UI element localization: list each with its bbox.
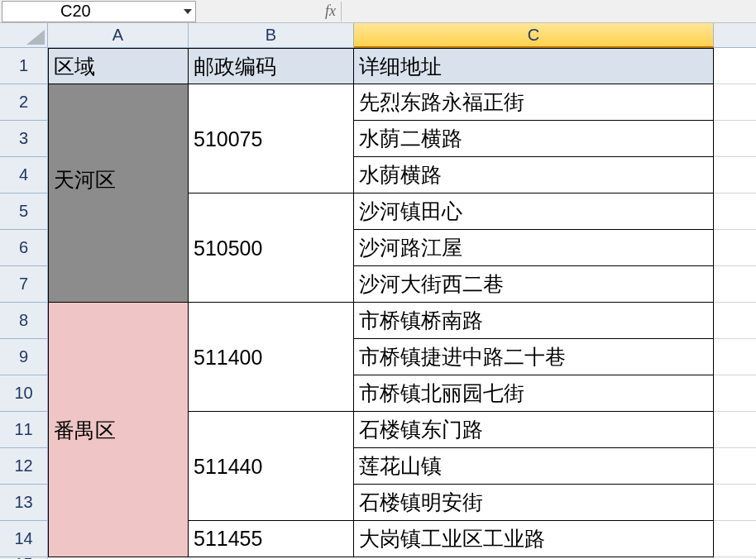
region-cell[interactable] xyxy=(48,303,189,339)
address-cell[interactable]: 大岗镇工业区工业路 xyxy=(354,521,714,557)
row-header[interactable]: 4 xyxy=(0,157,48,194)
region-cell[interactable] xyxy=(48,485,189,521)
address-cell[interactable]: 沙河路江屋 xyxy=(354,230,714,266)
row-header[interactable]: 13 xyxy=(0,485,48,521)
header-postal[interactable]: 邮政编码 xyxy=(189,48,354,84)
region-cell[interactable] xyxy=(48,84,189,121)
postal-cell[interactable] xyxy=(189,157,354,194)
row-header[interactable]: 10 xyxy=(0,375,48,412)
region-cell[interactable] xyxy=(48,121,189,157)
row-header[interactable]: 11 xyxy=(0,412,48,448)
region-cell[interactable] xyxy=(48,375,189,412)
row-header[interactable]: 9 xyxy=(0,339,48,375)
postal-cell[interactable] xyxy=(189,303,354,339)
region-cell[interactable] xyxy=(48,339,189,375)
address-cell[interactable]: 石楼镇明安街 xyxy=(354,485,714,521)
postal-cell[interactable] xyxy=(189,194,354,230)
row-header[interactable]: 7 xyxy=(0,266,48,303)
column-header-b[interactable]: B xyxy=(189,23,354,48)
address-cell[interactable]: 市桥镇北丽园七街 xyxy=(354,375,714,412)
row-header[interactable]: 6 xyxy=(0,230,48,266)
postal-cell[interactable]: 511440 xyxy=(189,448,354,485)
select-all-corner[interactable] xyxy=(0,23,48,48)
postal-cell[interactable]: 510500 xyxy=(189,230,354,266)
postal-cell[interactable] xyxy=(189,412,354,448)
row-header[interactable]: 14 xyxy=(0,521,48,557)
row-header[interactable]: 3 xyxy=(0,121,48,157)
postal-cell[interactable] xyxy=(189,266,354,303)
region-cell[interactable] xyxy=(48,230,189,266)
postal-cell[interactable] xyxy=(189,375,354,412)
region-cell[interactable] xyxy=(48,194,189,230)
address-cell[interactable]: 市桥镇桥南路 xyxy=(354,303,714,339)
row-header[interactable]: 1 xyxy=(0,48,48,84)
row-header[interactable]: 2 xyxy=(0,84,48,121)
formula-bar: C20 fx xyxy=(0,0,756,23)
region-cell[interactable] xyxy=(48,521,189,557)
address-cell[interactable]: 水荫二横路 xyxy=(354,121,714,157)
region-cell[interactable] xyxy=(48,448,189,485)
fx-icon[interactable]: fx xyxy=(320,2,341,20)
header-address[interactable]: 详细地址 xyxy=(354,48,714,84)
column-header-extra[interactable] xyxy=(714,23,756,48)
region-cell[interactable] xyxy=(48,266,189,303)
row-header[interactable]: 12 xyxy=(0,448,48,485)
address-cell[interactable]: 沙河大街西二巷 xyxy=(354,266,714,303)
address-cell[interactable]: 石楼镇东门路 xyxy=(354,412,714,448)
row-header[interactable]: 5 xyxy=(0,194,48,230)
postal-cell[interactable]: 510075 xyxy=(189,121,354,157)
chevron-down-icon[interactable] xyxy=(184,9,192,14)
column-header-a[interactable]: A xyxy=(48,23,189,48)
address-cell[interactable]: 先烈东路永福正街 xyxy=(354,84,714,121)
formula-input[interactable] xyxy=(341,2,756,22)
address-cell[interactable]: 水荫横路 xyxy=(354,157,714,194)
column-header-c[interactable]: C xyxy=(354,23,714,48)
address-cell[interactable]: 市桥镇捷进中路二十巷 xyxy=(354,339,714,375)
region-cell[interactable]: 天河区 xyxy=(48,157,189,194)
address-cell[interactable]: 沙河镇田心 xyxy=(354,194,714,230)
header-region[interactable]: 区域 xyxy=(48,48,189,84)
row-header[interactable]: 8 xyxy=(0,303,48,339)
postal-cell[interactable]: 511455 xyxy=(189,521,354,557)
name-box[interactable]: C20 xyxy=(2,1,196,22)
postal-cell[interactable] xyxy=(189,485,354,521)
postal-cell[interactable]: 511400 xyxy=(189,339,354,375)
cell-reference: C20 xyxy=(60,2,91,21)
address-cell[interactable]: 莲花山镇 xyxy=(354,448,714,485)
postal-cell[interactable] xyxy=(189,84,354,121)
region-cell[interactable]: 番禺区 xyxy=(48,412,189,448)
